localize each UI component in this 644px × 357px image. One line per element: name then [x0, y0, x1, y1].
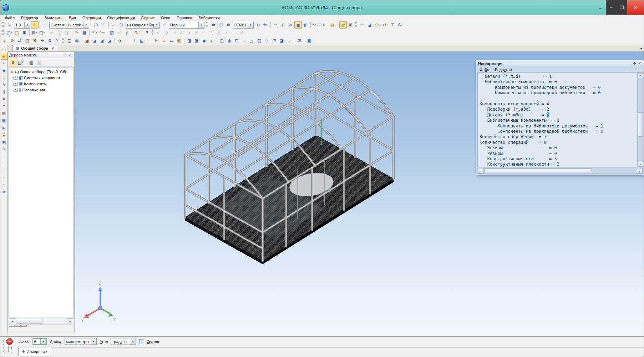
tree-relations-icon[interactable]: ▥ [35, 59, 43, 66]
pattern-icon[interactable]: ▱ [240, 37, 248, 44]
zoom-area-icon[interactable]: ⊡ [217, 21, 225, 29]
mirror-icon[interactable]: △ [248, 37, 255, 44]
tree-composition-icon[interactable]: ▤▾ [17, 59, 24, 66]
measure-height-icon[interactable]: ↥ [223, 29, 230, 36]
measure-arc-icon[interactable]: ◠ [200, 29, 208, 36]
title-bar[interactable]: КОМПАС-3D V16 x64 - Оющая сбора ↔ – ❐ ✕ [0, 0, 644, 15]
tree-tab-zones[interactable] [21, 325, 27, 327]
precision-combo[interactable]: 6 ▾ [32, 338, 47, 345]
document-tab[interactable]: ▣ Оющая сбора ✕ [12, 45, 57, 51]
new-document-icon[interactable]: ▢▾ [6, 29, 13, 36]
projection-icon[interactable]: ⊞ [347, 21, 354, 29]
document-properties-icon[interactable]: ⊡ [117, 21, 125, 29]
scroll-right-icon[interactable]: ▸ [67, 318, 73, 324]
rotate-component-icon[interactable]: ∟ [146, 37, 153, 44]
tree-horizontal-scrollbar[interactable]: ◂ ▸ [9, 318, 73, 325]
measure-node-icon[interactable]: ◇ [163, 29, 170, 36]
filter-icon[interactable]: Y [1, 103, 7, 110]
align-left-icon[interactable]: ⊢ [153, 37, 161, 44]
combo-arrow-icon[interactable]: ▾ [130, 338, 136, 345]
toolbar-grip[interactable] [2, 22, 4, 28]
preview-icon[interactable]: ◲▾ [38, 29, 46, 36]
check-document-icon[interactable]: ✓ [110, 21, 117, 29]
menu-file[interactable]: Файл [2, 15, 18, 21]
combo-arrow-icon[interactable]: ▾ [40, 339, 46, 344]
simplify-icon[interactable]: ▨▾ [329, 21, 337, 29]
measure-distance-icon[interactable]: ⇤ [155, 29, 163, 36]
toolbar-grip[interactable] [355, 22, 357, 28]
toolbar-grip[interactable] [2, 30, 4, 36]
combo-arrow-icon[interactable]: ▾ [198, 22, 204, 28]
boolean-icon[interactable]: ▢ [218, 37, 225, 44]
help-button[interactable]: ? [8, 346, 14, 352]
draw-icon[interactable]: ✎ [1, 146, 7, 152]
aux2-icon[interactable]: ▱ [1, 160, 7, 167]
info-vertical-scrollbar[interactable]: ▴ ▾ [637, 73, 643, 167]
lock-component-icon[interactable]: ⊠ [295, 37, 303, 44]
stop-button[interactable]: STOP [6, 338, 13, 345]
corner-icon[interactable]: ◩ [176, 37, 183, 44]
minimize-button[interactable]: – [606, 0, 617, 15]
measure-angle-icon[interactable]: ◷ [208, 29, 215, 36]
tools-icon[interactable]: ⚒ [31, 37, 39, 44]
no-hidden-lines-icon[interactable]: ▯ [279, 21, 287, 29]
component-info-icon[interactable]: ▣ [305, 37, 313, 44]
mate-angle-icon[interactable]: ◆ [201, 37, 208, 44]
copy-icon[interactable]: ◱ [56, 29, 63, 36]
step-spinner-icon[interactable]: ⇅ [6, 21, 13, 29]
mate-parallel-icon[interactable]: ▣ [193, 37, 201, 44]
lock-strip-icon[interactable]: ⊠ [1, 188, 7, 195]
surfaces-icon[interactable]: ◆ [1, 67, 7, 74]
scroll-left-icon[interactable]: ◂ [478, 168, 483, 174]
tree-root-item[interactable]: ◈ (-) Оющая сбора (Тел-0, Сбо [9, 69, 73, 75]
t-dimension-icon[interactable]: ⊤ [389, 21, 396, 29]
orientation-icon[interactable]: ◍ [339, 21, 347, 29]
scroll-left-icon[interactable]: ◂ [9, 318, 15, 324]
rib-icon[interactable]: ◇ [263, 37, 270, 44]
variables-icon[interactable]: ≡ [116, 29, 123, 36]
combo-arrow-icon[interactable]: ▾ [248, 22, 253, 28]
sketch-icon[interactable]: ✎ [1, 81, 7, 88]
hide-all-icon[interactable]: ↪▾ [319, 21, 327, 29]
sketch-mode-icon[interactable]: ◔▾ [359, 21, 366, 29]
library-help-icon[interactable]: ? [54, 37, 61, 44]
body-icon[interactable]: ◣ [1, 124, 7, 131]
report-strip-icon[interactable]: ▤ [1, 110, 7, 117]
zoom-in-icon[interactable]: ⊕ [225, 21, 232, 29]
measure-edge-icon[interactable]: ⊣ [170, 29, 178, 36]
add-standard-icon[interactable]: ◢ [106, 37, 113, 44]
add-component-file-icon[interactable]: ◢ [83, 37, 91, 44]
menu-operations[interactable]: Операции [79, 15, 104, 21]
open-icon[interactable]: ◰ [13, 29, 21, 36]
array-icon[interactable]: ◫ [255, 37, 263, 44]
layer-combo[interactable]: Системный слой (0)▾ [49, 22, 89, 29]
spellcheck-icon[interactable]: A▾ [396, 21, 404, 29]
scrollbar-thumb[interactable] [16, 319, 42, 324]
combo-arrow-icon[interactable]: ▾ [24, 22, 30, 28]
folder-icon[interactable]: ◰ [1, 46, 7, 52]
recalc-icon[interactable]: ↺ [238, 29, 245, 36]
info-horizontal-scrollbar[interactable]: ◂ ▸ [477, 168, 643, 174]
angle-unit-combo[interactable]: градусы ▾ [111, 338, 136, 345]
menu-help[interactable]: Справка [173, 15, 195, 21]
pan-rotate-icon[interactable]: ✜▾ [262, 21, 269, 29]
history-icon[interactable]: ↻ [133, 29, 141, 36]
tree-item-components[interactable]: + ▣ Компоненты [9, 81, 73, 87]
display-settings-icon[interactable]: ▥ [108, 29, 116, 36]
close-icon[interactable]: ✕ [68, 53, 73, 57]
add-component-model-icon[interactable]: ◢ [91, 37, 98, 44]
menu-editor[interactable]: Редактор [18, 15, 41, 21]
copy-style-icon[interactable]: ✎ [73, 29, 81, 36]
combo-arrow-icon[interactable]: ▾ [91, 338, 96, 345]
pin-icon[interactable]: ✛ [632, 62, 637, 65]
exchange-icon[interactable]: ⇄ [16, 37, 24, 44]
combo-arrow-icon[interactable]: ▾ [83, 22, 89, 28]
draft-icon[interactable]: ◪ [278, 37, 285, 44]
tree-tab-versions[interactable] [15, 325, 21, 327]
screen-icon[interactable]: ▣ [1, 139, 7, 145]
hide-objects-icon[interactable]: ↪▾ [312, 21, 319, 29]
aux3-icon[interactable]: ▱ [1, 167, 7, 174]
redo-icon[interactable]: ↷▾ [98, 29, 106, 36]
paste-icon[interactable]: ◨ [63, 29, 71, 36]
scroll-up-icon[interactable]: ▴ [638, 73, 643, 78]
